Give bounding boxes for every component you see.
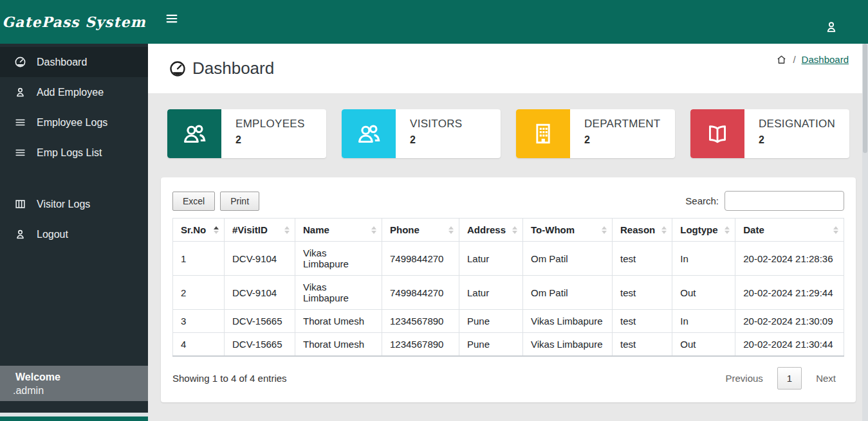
- stat-icon-box: [167, 109, 221, 158]
- stat-card-department: DEPARTMENT 2: [516, 109, 675, 158]
- table-cell: Out: [672, 276, 735, 310]
- pagination: Previous 1 Next: [717, 367, 844, 390]
- column-header-date[interactable]: Date: [735, 219, 844, 242]
- profile-person-icon[interactable]: [824, 20, 838, 34]
- column-label: Reason: [620, 224, 655, 235]
- column-label: Date: [743, 224, 764, 235]
- home-icon[interactable]: [776, 54, 787, 65]
- table-cell: DCV-15665: [225, 310, 295, 333]
- table-cell: Latur: [459, 242, 523, 276]
- sidebar-item-dashboard[interactable]: Dashboard: [0, 47, 148, 77]
- stat-card-visitors: VISITORS 2: [342, 109, 501, 158]
- visitor-table-panel: Excel Print Search: Sr.No: [161, 177, 856, 402]
- column-label: Name: [303, 224, 329, 235]
- table-cell: Pune: [459, 310, 523, 333]
- table-cell: 4: [173, 333, 225, 357]
- print-button[interactable]: Print: [220, 192, 259, 211]
- table-cell: test: [613, 276, 672, 310]
- table-cell: In: [672, 242, 735, 276]
- visitor-logs-table: Sr.No #VisitID Name Phone Address To-Who…: [172, 218, 844, 357]
- stat-card-employees: EMPLOYEES 2: [167, 109, 326, 158]
- stat-text: DEPARTMENT 2: [570, 109, 661, 158]
- table-cell: 20-02-2024 21:30:09: [735, 310, 844, 333]
- main-area: Dashboard / Dashboard EMPLOYEES 2: [148, 0, 868, 421]
- page-number-button[interactable]: 1: [777, 367, 802, 390]
- table-cell: Om Patil: [523, 276, 613, 310]
- column-header-srno[interactable]: Sr.No: [173, 219, 225, 242]
- breadcrumb: / Dashboard: [776, 54, 849, 65]
- app-logo[interactable]: GatePass System: [0, 0, 148, 44]
- sidebar-item-emp-logs-list[interactable]: Emp Logs List: [0, 138, 148, 168]
- table-cell: 7499844270: [382, 276, 459, 310]
- sort-icon: [448, 226, 454, 234]
- sidebar-item-label: Employee Logs: [37, 117, 107, 129]
- sidebar-item-employee-logs[interactable]: Employee Logs: [0, 107, 148, 138]
- open-book-icon: [704, 120, 731, 147]
- previous-page-button[interactable]: Previous: [717, 368, 771, 389]
- table-cell: 7499844270: [382, 242, 459, 276]
- column-header-to-whom[interactable]: To-Whom: [523, 219, 613, 242]
- stat-value: 2: [235, 134, 305, 146]
- sort-icon: [371, 226, 376, 234]
- people-icon: [181, 120, 208, 147]
- search-input[interactable]: [725, 191, 844, 211]
- table-cell: Vikas Limbapure: [295, 242, 382, 276]
- sidebar-item-label: Visitor Logs: [37, 199, 90, 210]
- vertical-scrollbar[interactable]: [862, 44, 868, 421]
- table-cell: In: [672, 310, 735, 333]
- table-cell: Om Patil: [523, 242, 613, 276]
- column-label: #VisitID: [232, 224, 268, 235]
- next-page-button[interactable]: Next: [808, 368, 844, 389]
- sidebar-item-visitor-logs[interactable]: Visitor Logs: [0, 189, 148, 219]
- table-toolbar: Excel Print Search:: [172, 191, 844, 211]
- welcome-title: Welcome: [0, 372, 148, 383]
- sidebar-item-label: Emp Logs List: [37, 147, 102, 159]
- page-header: Dashboard / Dashboard: [148, 44, 868, 93]
- stat-text: DESIGNATION 2: [744, 109, 835, 158]
- table-cell: test: [613, 310, 672, 333]
- sidebar-item-label: Dashboard: [37, 57, 87, 68]
- excel-export-button[interactable]: Excel: [172, 192, 215, 211]
- column-header-address[interactable]: Address: [459, 219, 523, 242]
- column-header-phone[interactable]: Phone: [382, 219, 459, 242]
- topbar: [148, 0, 868, 44]
- table-cell: Pune: [459, 333, 523, 357]
- table-cell: 20-02-2024 21:30:44: [735, 333, 844, 357]
- stat-icon-box: [516, 109, 570, 158]
- sidebar-item-logout[interactable]: Logout: [0, 219, 148, 249]
- sort-icon: [661, 226, 667, 234]
- table-cell: Out: [672, 333, 735, 357]
- table-row: 3DCV-15665Thorat Umesh1234567890PuneVika…: [173, 310, 844, 333]
- sidebar-item-label: Add Employee: [37, 87, 104, 98]
- table-cell: test: [613, 242, 672, 276]
- sidebar-item-label: Logout: [37, 229, 68, 240]
- stat-icon-box: [690, 109, 744, 158]
- stat-label: DESIGNATION: [759, 118, 835, 130]
- welcome-user: .admin: [0, 385, 148, 397]
- search-label: Search:: [685, 195, 719, 206]
- breadcrumb-current-link[interactable]: Dashboard: [802, 54, 849, 65]
- stat-text: VISITORS 2: [396, 109, 462, 158]
- stat-cards-row: EMPLOYEES 2 VISITORS 2: [161, 109, 856, 158]
- table-cell: test: [613, 333, 672, 357]
- table-cell: 1234567890: [382, 333, 459, 357]
- column-header-logtype[interactable]: Logtype: [672, 219, 735, 242]
- column-label: Phone: [390, 224, 420, 235]
- sidebar-menu: Dashboard Add Employee Employee Logs Emp…: [0, 44, 148, 249]
- column-header-name[interactable]: Name: [295, 219, 382, 242]
- scrollbar-thumb[interactable]: [863, 44, 867, 153]
- hamburger-menu-icon[interactable]: [165, 12, 179, 26]
- stat-value: 2: [584, 134, 661, 146]
- table-header-row: Sr.No #VisitID Name Phone Address To-Who…: [173, 219, 844, 242]
- sidebar-item-add-employee[interactable]: Add Employee: [0, 77, 148, 107]
- column-label: Logtype: [680, 224, 717, 235]
- stat-label: DEPARTMENT: [584, 118, 661, 130]
- table-cell: Vikas Limbapure: [295, 276, 382, 310]
- column-header-visitid[interactable]: #VisitID: [225, 219, 295, 242]
- table-cell: 20-02-2024 21:29:44: [735, 276, 844, 310]
- speedometer-icon: [169, 60, 187, 78]
- table-body: 1DCV-9104Vikas Limbapure7499844270LaturO…: [173, 242, 844, 357]
- search-wrap: Search:: [685, 191, 844, 211]
- column-header-reason[interactable]: Reason: [613, 219, 672, 242]
- app-window: GatePass System Dashboard Add Employee E…: [0, 0, 868, 421]
